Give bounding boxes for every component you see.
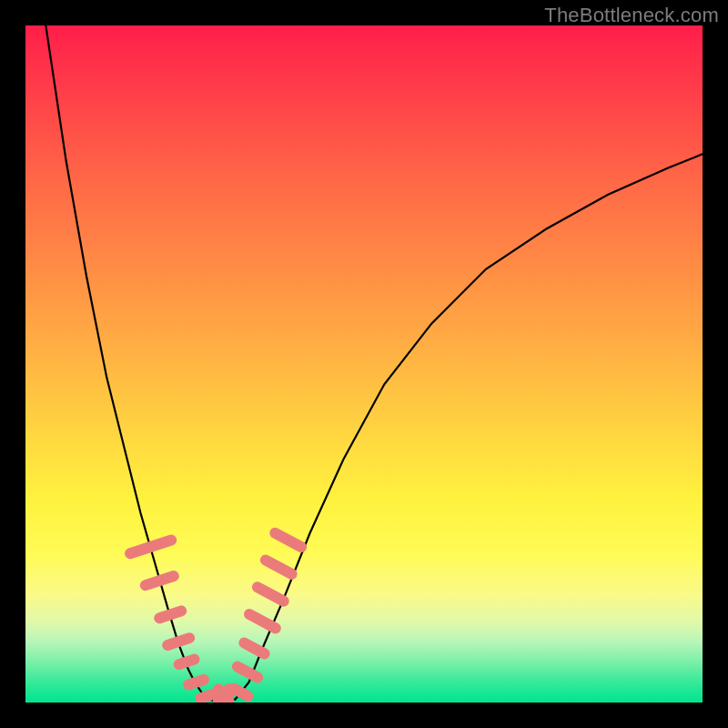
marker-bead [242,607,283,636]
marker-bead [172,652,201,672]
marker-bead [268,526,308,555]
marker-bead [258,552,299,581]
marker-bead [153,604,188,625]
marker-bead [213,683,224,703]
marker-bead [123,533,177,561]
watermark-text: TheBottleneck.com [544,4,719,27]
marker-bead [138,569,180,592]
plot-area [25,25,703,703]
marker-bead [230,659,265,684]
curve-right-branch [236,154,703,699]
marker-beads-group [123,526,308,703]
curve-left-branch [46,25,208,699]
marker-bead [161,632,197,652]
marker-bead [181,672,210,692]
bottleneck-curve-svg [25,25,703,703]
